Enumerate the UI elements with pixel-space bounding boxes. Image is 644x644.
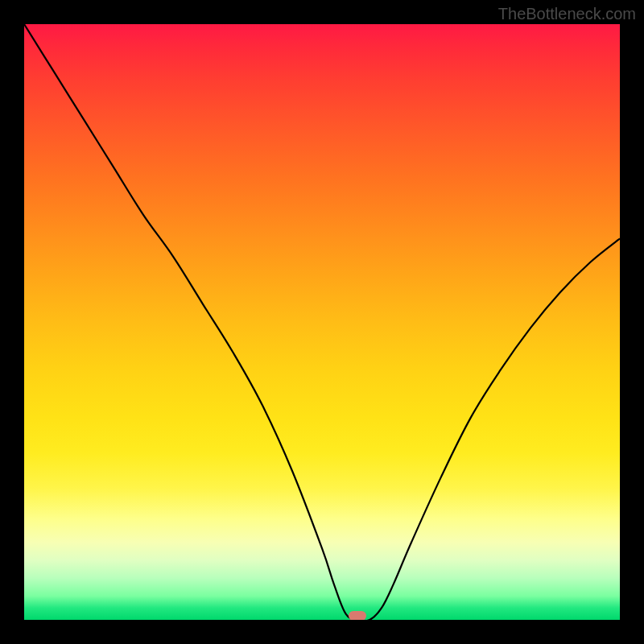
chart-marker <box>349 611 366 620</box>
chart-curve-svg <box>24 24 620 620</box>
bottleneck-curve-line <box>24 24 620 620</box>
watermark-text: TheBottleneck.com <box>498 5 636 23</box>
chart-plot-area <box>24 24 620 620</box>
